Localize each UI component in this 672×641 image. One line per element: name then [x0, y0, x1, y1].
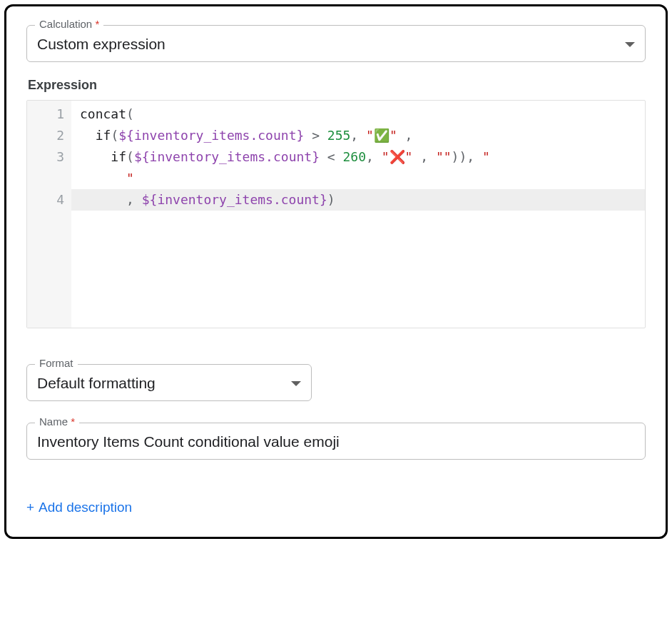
- name-field: Name *: [26, 423, 646, 460]
- format-field: Format Default formatting: [26, 364, 312, 401]
- name-input-wrapper: [26, 423, 646, 460]
- code-line[interactable]: if(${inventory_items.count} > 255, "✅" ,: [80, 125, 639, 146]
- editor-gutter: 1234: [27, 101, 71, 328]
- expression-label: Expression: [28, 78, 646, 93]
- code-line[interactable]: if(${inventory_items.count} < 260, "❌" ,…: [80, 146, 639, 168]
- format-value: Default formatting: [37, 375, 156, 392]
- required-marker: *: [95, 18, 99, 30]
- required-marker: *: [71, 415, 75, 428]
- add-description-label: Add description: [39, 500, 132, 515]
- chevron-down-icon: [625, 42, 635, 47]
- editor-code[interactable]: concat( if(${inventory_items.count} > 25…: [71, 101, 645, 328]
- gutter-line: 2: [33, 125, 64, 146]
- gutter-line: 3: [33, 146, 64, 168]
- add-description-button[interactable]: + Add description: [26, 500, 132, 515]
- calculation-label: Calculation: [39, 18, 92, 30]
- format-label: Format: [39, 357, 73, 369]
- gutter-line: [33, 168, 64, 189]
- plus-icon: +: [26, 500, 34, 515]
- code-line[interactable]: ": [80, 168, 639, 189]
- name-label: Name: [39, 415, 68, 428]
- code-line[interactable]: concat(: [80, 104, 639, 125]
- calculation-value: Custom expression: [37, 36, 166, 53]
- gutter-line: 1: [33, 104, 64, 125]
- table-calculation-panel: Calculation * Custom expression Expressi…: [4, 4, 668, 539]
- expression-editor[interactable]: 1234 concat( if(${inventory_items.count}…: [26, 100, 646, 328]
- chevron-down-icon: [291, 381, 301, 386]
- format-select[interactable]: Default formatting: [26, 364, 312, 401]
- calculation-select[interactable]: Custom expression: [26, 25, 646, 62]
- calculation-field: Calculation * Custom expression: [26, 25, 646, 62]
- name-input[interactable]: [37, 433, 635, 450]
- gutter-line: 4: [33, 189, 64, 211]
- code-line[interactable]: , ${inventory_items.count}): [71, 189, 645, 211]
